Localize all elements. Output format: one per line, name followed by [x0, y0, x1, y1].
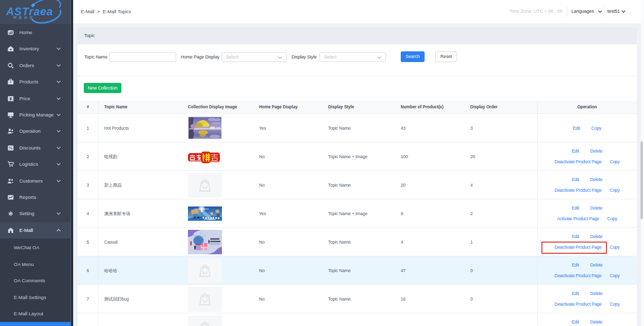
svg-text:阿斯米亚: 阿斯米亚	[13, 16, 35, 20]
